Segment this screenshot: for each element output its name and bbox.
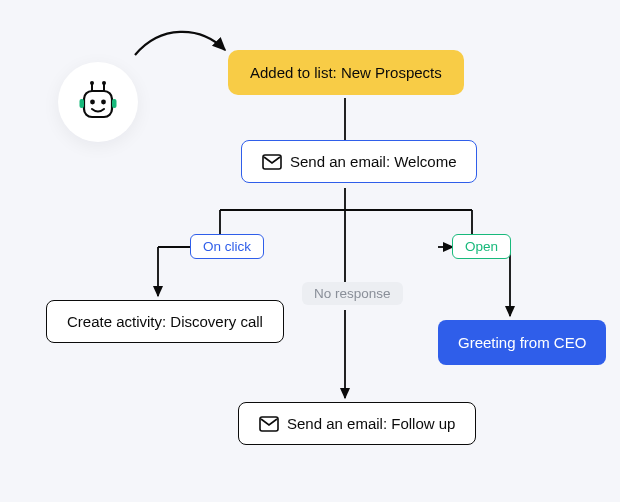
robot-avatar: [58, 62, 138, 142]
mail-icon: [262, 154, 282, 170]
condition-no-response-label: No response: [314, 286, 391, 301]
condition-open-label: Open: [465, 239, 498, 254]
email-followup-node[interactable]: Send an email: Follow up: [238, 402, 476, 445]
condition-no-response: No response: [302, 282, 403, 305]
svg-point-8: [101, 100, 106, 105]
svg-rect-5: [80, 99, 85, 108]
greeting-ceo-label: Greeting from CEO: [458, 334, 586, 351]
condition-on-click-label: On click: [203, 239, 251, 254]
trigger-node[interactable]: Added to list: New Prospects: [228, 50, 464, 95]
svg-point-7: [90, 100, 95, 105]
condition-on-click[interactable]: On click: [190, 234, 264, 259]
create-activity-node[interactable]: Create activity: Discovery call: [46, 300, 284, 343]
greeting-ceo-node[interactable]: Greeting from CEO: [438, 320, 606, 365]
email-welcome-node[interactable]: Send an email: Welcome: [241, 140, 477, 183]
robot-icon: [76, 80, 120, 124]
create-activity-label: Create activity: Discovery call: [67, 313, 263, 330]
condition-open[interactable]: Open: [452, 234, 511, 259]
svg-rect-4: [84, 91, 112, 117]
svg-rect-6: [112, 99, 117, 108]
mail-icon: [259, 416, 279, 432]
email-welcome-label: Send an email: Welcome: [290, 153, 456, 170]
svg-point-1: [90, 81, 94, 85]
trigger-label: Added to list: New Prospects: [250, 64, 442, 81]
svg-point-3: [102, 81, 106, 85]
email-followup-label: Send an email: Follow up: [287, 415, 455, 432]
